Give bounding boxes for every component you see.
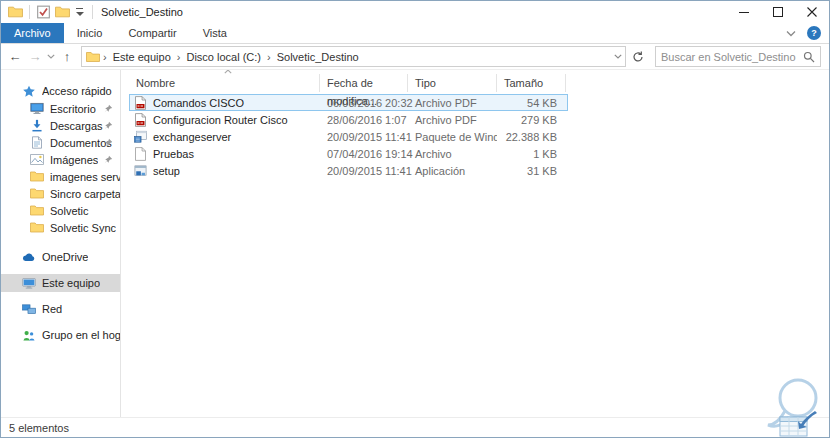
up-arrow-icon[interactable]: ↑: [57, 47, 77, 67]
maximize-button[interactable]: [761, 1, 795, 23]
titlebar-separator: [29, 5, 30, 19]
sort-ascending-icon: [224, 70, 232, 74]
minimize-button[interactable]: [727, 1, 761, 23]
column-header-tipo[interactable]: Tipo: [408, 74, 497, 92]
star-icon: [22, 85, 36, 98]
qat-customize-icon[interactable]: [75, 7, 85, 17]
column-headers: Nombre Fecha de modifica... Tipo Tamaño: [129, 72, 829, 94]
main-content: Acceso rápido Escritorio Descargas Docum…: [1, 70, 829, 417]
folder-icon: [30, 204, 44, 217]
sidebar-item-sincro-carpetas[interactable]: Sincro carpetas: [1, 185, 120, 202]
sidebar-item-onedrive[interactable]: OneDrive: [1, 248, 120, 266]
sidebar-item-acceso-rapido[interactable]: Acceso rápido: [1, 82, 120, 100]
breadcrumb-disco-local[interactable]: Disco local (C:): [181, 49, 266, 65]
pin-icon: [104, 155, 113, 164]
onedrive-cloud-icon: [22, 251, 36, 264]
folder-icon: [30, 221, 44, 234]
pin-icon: [104, 104, 113, 113]
sidebar-item-escritorio[interactable]: Escritorio: [1, 100, 120, 117]
new-folder-icon[interactable]: [55, 5, 70, 19]
sidebar-item-red[interactable]: Red: [1, 300, 120, 318]
explorer-window: Solvetic_Destino Archivo Inicio Comparti…: [0, 0, 830, 438]
file-list-pane: Nombre Fecha de modifica... Tipo Tamaño …: [121, 70, 829, 417]
column-header-nombre[interactable]: Nombre: [129, 74, 320, 92]
ribbon-collapse-chevron-icon[interactable]: [786, 30, 796, 37]
homegroup-icon: [22, 329, 36, 342]
download-icon: [30, 119, 44, 132]
pictures-icon: [30, 153, 44, 166]
breadcrumb-este-equipo[interactable]: Este equipo: [108, 49, 176, 65]
folder-icon: [86, 51, 100, 63]
forward-arrow-icon[interactable]: →: [25, 47, 45, 67]
computer-icon: [22, 277, 36, 290]
installer-package-icon: [134, 130, 147, 144]
address-field[interactable]: › Este equipo › Disco local (C:) › Solve…: [81, 46, 626, 67]
pdf-file-icon: [134, 113, 147, 127]
column-header-tamano[interactable]: Tamaño: [497, 74, 566, 92]
sidebar-item-documentos[interactable]: Documentos: [1, 134, 120, 151]
blank-file-icon: [134, 147, 147, 161]
pin-icon: [104, 138, 113, 147]
close-button[interactable]: [795, 1, 829, 23]
sidebar-item-imagenes[interactable]: Imágenes: [1, 151, 120, 168]
window-title: Solvetic_Destino: [101, 6, 183, 18]
properties-check-icon[interactable]: [36, 5, 51, 19]
search-icon[interactable]: [803, 51, 815, 63]
pdf-file-icon: [134, 96, 147, 110]
items-count: 5 elementos: [9, 422, 69, 434]
back-arrow-icon[interactable]: ←: [5, 47, 25, 67]
help-icon[interactable]: ?: [807, 26, 821, 40]
titlebar-separator: [92, 5, 93, 19]
status-bar: 5 elementos: [1, 417, 829, 437]
pin-icon: [104, 121, 113, 130]
title-bar: Solvetic_Destino: [1, 1, 829, 23]
ribbon-tabs: Archivo Inicio Compartir Vista ?: [1, 23, 829, 44]
search-input[interactable]: [661, 51, 803, 63]
breadcrumb-solvetic-destino[interactable]: Solvetic_Destino: [272, 49, 364, 65]
sidebar-item-este-equipo[interactable]: Este equipo: [1, 274, 120, 292]
sidebar-item-solvetic[interactable]: Solvetic: [1, 202, 120, 219]
file-row-exchangeserver[interactable]: exchangeserver 20/09/2015 11:41 Paquete …: [129, 128, 568, 145]
explorer-folder-icon: [8, 5, 23, 19]
sidebar-item-grupo-hogar[interactable]: Grupo en el hogar: [1, 326, 120, 344]
sidebar-item-imagenes-server[interactable]: imagenes server 201: [1, 168, 120, 185]
navigation-pane: Acceso rápido Escritorio Descargas Docum…: [1, 70, 121, 417]
refresh-icon[interactable]: [627, 47, 649, 67]
address-bar: ← → ↑ › Este equipo › Disco local (C:) ›…: [1, 44, 829, 70]
sidebar-item-solvetic-sync[interactable]: Solvetic Sync: [1, 219, 120, 236]
folder-icon: [30, 187, 44, 200]
search-box[interactable]: [655, 46, 821, 67]
column-header-fecha[interactable]: Fecha de modifica...: [320, 74, 408, 92]
document-icon: [30, 136, 44, 149]
file-row-setup[interactable]: setup 20/09/2015 11:41 Aplicación 31 KB: [129, 162, 568, 179]
sidebar-item-descargas[interactable]: Descargas: [1, 117, 120, 134]
tab-archivo[interactable]: Archivo: [1, 23, 64, 43]
network-icon: [22, 303, 36, 316]
file-row-pruebas[interactable]: Pruebas 07/04/2016 19:14 Archivo 1 KB: [129, 145, 568, 162]
desktop-icon: [30, 102, 44, 115]
tab-inicio[interactable]: Inicio: [64, 23, 116, 43]
address-history-chevron-icon[interactable]: [614, 54, 622, 59]
application-icon: [134, 164, 147, 178]
folder-icon: [30, 170, 44, 183]
tab-compartir[interactable]: Compartir: [115, 23, 189, 43]
tab-vista[interactable]: Vista: [190, 23, 240, 43]
window-controls: [727, 1, 829, 23]
file-row-configuracion-router[interactable]: Configuracion Router Cisco 28/06/2016 1:…: [129, 111, 568, 128]
recent-locations-chevron-icon[interactable]: [45, 47, 57, 67]
